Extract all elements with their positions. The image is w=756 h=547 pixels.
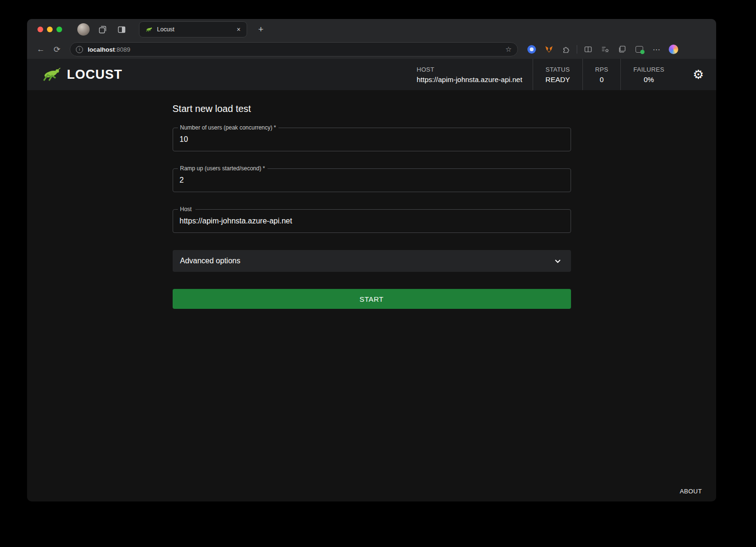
host-input[interactable] <box>173 210 571 232</box>
failures-value: 0% <box>644 75 654 83</box>
locust-brand[interactable]: LOCUST <box>40 67 122 82</box>
password-extension-icon[interactable] <box>525 43 539 56</box>
favorites-icon[interactable] <box>598 43 612 56</box>
reload-icon[interactable]: ⟳ <box>50 43 64 56</box>
status-label: STATUS <box>545 66 570 73</box>
locust-main-content: Start new load test Number of users (pea… <box>27 90 716 501</box>
advanced-options-accordion[interactable]: Advanced options <box>173 250 571 272</box>
number-of-users-input[interactable] <box>173 128 571 151</box>
profile-avatar[interactable] <box>77 23 90 36</box>
zoom-window-button[interactable] <box>56 27 62 32</box>
window-controls <box>37 27 62 32</box>
browser-tab-strip: Locust × + <box>27 19 716 40</box>
close-window-button[interactable] <box>37 27 43 32</box>
browser-tab-locust[interactable]: Locust × <box>139 21 247 37</box>
address-bar[interactable]: i localhost :8089 ☆ <box>70 42 518 56</box>
brand-name: LOCUST <box>67 67 122 82</box>
tab-title: Locust <box>157 26 234 33</box>
new-test-form: Start new load test Number of users (pea… <box>173 90 571 309</box>
extensions-puzzle-icon[interactable] <box>559 43 573 56</box>
collections-icon[interactable] <box>615 43 629 56</box>
chevron-down-icon <box>552 255 563 267</box>
workspaces-icon[interactable] <box>96 23 109 36</box>
rps-value: 0 <box>599 75 603 83</box>
advanced-options-label: Advanced options <box>180 257 240 265</box>
site-info-icon[interactable]: i <box>76 46 83 53</box>
field-label: Ramp up (users started/second)* <box>178 165 267 172</box>
new-tab-button[interactable]: + <box>255 23 267 36</box>
header-status-panel: HOST https://apim-johnsta.azure-api.net … <box>416 59 704 90</box>
locust-app-header: LOCUST HOST https://apim-johnsta.azure-a… <box>27 59 716 90</box>
minimize-window-button[interactable] <box>47 27 53 32</box>
host-value: https://apim-johnsta.azure-api.net <box>416 75 522 83</box>
locust-logo-icon <box>40 67 61 82</box>
browser-window: Locust × + ← ⟳ i localhost :8089 ☆ <box>27 19 716 501</box>
field-ramp-up: Ramp up (users started/second)* <box>173 168 571 192</box>
desktop-background: Locust × + ← ⟳ i localhost :8089 ☆ <box>0 0 756 547</box>
about-link[interactable]: ABOUT <box>680 488 702 495</box>
failures-label: FAILURES <box>633 66 664 73</box>
extensions-row: ⋯ <box>525 43 681 56</box>
url-host: localhost <box>88 46 115 53</box>
locust-favicon-icon <box>145 27 153 32</box>
rps-label: RPS <box>595 66 608 73</box>
browser-essentials-icon[interactable] <box>632 43 646 56</box>
url-port: :8089 <box>115 46 130 53</box>
back-icon[interactable]: ← <box>34 43 48 56</box>
header-host: HOST https://apim-johnsta.azure-api.net <box>416 59 533 90</box>
copilot-icon[interactable] <box>666 43 681 56</box>
toolbar-divider <box>577 45 577 54</box>
host-label: HOST <box>416 66 434 73</box>
settings-more-icon[interactable]: ⋯ <box>649 43 664 56</box>
metamask-extension-icon[interactable] <box>542 43 556 56</box>
field-host: Host <box>173 209 571 233</box>
vertical-tabs-icon[interactable] <box>115 23 128 36</box>
stat-failures: FAILURES 0% <box>621 59 676 90</box>
stat-status: STATUS READY <box>533 59 582 90</box>
start-button[interactable]: START <box>173 289 571 309</box>
page-title: Start new load test <box>173 103 571 114</box>
status-value: READY <box>545 75 570 83</box>
ramp-up-input[interactable] <box>173 169 571 192</box>
stat-rps: RPS 0 <box>583 59 621 90</box>
field-label: Number of users (peak concurrency)* <box>178 124 278 131</box>
tab-close-icon[interactable]: × <box>234 25 243 34</box>
browser-navbar: ← ⟳ i localhost :8089 ☆ <box>27 40 716 59</box>
split-screen-icon[interactable] <box>581 43 595 56</box>
settings-gear-icon[interactable]: ⚙ <box>677 59 704 90</box>
favorite-star-icon[interactable]: ☆ <box>506 45 512 54</box>
field-number-of-users: Number of users (peak concurrency)* <box>173 128 571 151</box>
field-label: Host <box>178 206 196 213</box>
